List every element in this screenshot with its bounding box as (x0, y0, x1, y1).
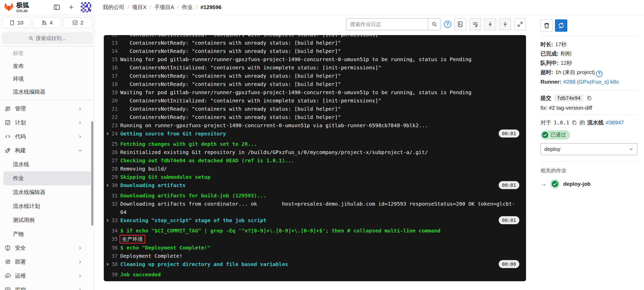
section-collapse-icon[interactable]: ∨ (106, 181, 111, 189)
log-line-number[interactable]: 12 (111, 35, 118, 39)
log-line-number[interactable]: 30 (111, 181, 118, 189)
sidebar-scrollbar-thumb[interactable] (91, 121, 93, 226)
avatar[interactable] (81, 2, 91, 13)
wrap-lines-button[interactable] (469, 18, 481, 30)
log-line-number[interactable]: 26 (111, 148, 118, 156)
log-line-number[interactable]: 35 (111, 235, 118, 243)
sidebar-build-child-item[interactable]: 作业 (4, 171, 91, 185)
cloud-pod-icon (5, 273, 11, 279)
retry-job-button[interactable] (555, 19, 567, 32)
log-line-number[interactable]: 23 (111, 121, 118, 130)
show-raw-log-button[interactable] (454, 18, 466, 30)
section-duration-badge: 00:01 (499, 130, 519, 138)
sidebar-build-child-item[interactable]: 产物 (4, 227, 91, 241)
sidebar-item-label: 标签 (13, 50, 24, 57)
job-actions (540, 19, 637, 32)
sidebar-build-child-item[interactable]: 流水线编辑器 (4, 185, 91, 199)
log-line-number[interactable]: 36 (111, 244, 118, 252)
breadcrumb-link-project[interactable]: 项目X (132, 4, 147, 11)
breadcrumb-link-jobs[interactable]: 作业 (182, 4, 193, 11)
log-line-body: Reinitialized existing Git repository in… (120, 149, 428, 155)
copy-commit-sha-button[interactable] (586, 95, 592, 101)
gitlab-logo[interactable]: 极狐 GitLab (4, 2, 29, 13)
log-line-body: Getting source from Git repository (120, 131, 226, 137)
log-search-input[interactable] (346, 19, 428, 30)
sidebar-section-code[interactable]: 代码 (0, 130, 94, 143)
sidebar-pinned-item[interactable]: 环境 (4, 72, 91, 85)
sidebar-section-operate[interactable]: 运维 (0, 269, 94, 283)
todos-count-button[interactable]: 2 (63, 17, 92, 28)
sidebar-pinned-item[interactable]: 流水线编辑器 (4, 85, 91, 98)
sidebar-item-tags[interactable]: 标签 (4, 47, 91, 60)
sidebar-build-child-item[interactable]: 流水线 (4, 157, 91, 171)
log-line-number[interactable]: 27 (111, 156, 118, 165)
chevron-right-icon (78, 274, 82, 278)
scroll-to-top-button[interactable] (484, 18, 496, 30)
log-line-number[interactable]: 20 (111, 96, 118, 105)
pipeline-id-link[interactable]: #38947 (606, 119, 624, 126)
log-line: 16 ContainersNotInitialized: "containers… (104, 63, 526, 72)
log-line-body: ContainersNotInitialized: "containers wi… (120, 65, 381, 71)
log-line: 37 Deployment Complete! (104, 252, 526, 260)
stage-dropdown[interactable]: deploy (540, 143, 637, 155)
sidebar-build-child-item[interactable]: 测试用例 (4, 213, 91, 227)
log-line-number[interactable]: 22 (111, 113, 118, 121)
sidebar-section-build[interactable]: 构建 (0, 143, 94, 157)
section-collapse-icon[interactable]: ∨ (106, 216, 111, 224)
log-line-number[interactable]: 19 (111, 88, 118, 96)
log-line-number[interactable]: 18 (111, 80, 118, 88)
log-line-number[interactable]: 39 (111, 270, 118, 279)
section-collapse-icon[interactable]: ∨ (106, 260, 111, 268)
log-line-body: Deployment Complete! (120, 253, 182, 259)
scroll-to-bottom-button[interactable] (499, 18, 511, 30)
sidebar-section-monitor[interactable]: 监控 (0, 283, 94, 290)
breadcrumb-link-group[interactable]: 我的公司 (103, 4, 124, 11)
copy-icon (586, 95, 592, 101)
search-help-icon[interactable]: ? (444, 21, 451, 28)
log-line-body: Skipping Git submodules setup (120, 174, 210, 180)
log-line-number[interactable]: 31 (111, 191, 118, 200)
copy-ref-button[interactable] (571, 120, 577, 125)
log-line-number[interactable]: 34 (111, 227, 118, 235)
merge-requests-count-button[interactable]: 4 (33, 17, 61, 28)
sidebar-search-button[interactable]: 搜索或转到... (2, 33, 92, 44)
log-line-number[interactable]: 21 (111, 105, 118, 113)
section-collapse-icon[interactable]: ∨ (106, 130, 111, 138)
log-line-body: Executing "step_script" stage of the job… (120, 217, 266, 223)
timeout-help-icon[interactable]: ? (596, 71, 602, 77)
log-line-number[interactable]: 24 (111, 130, 118, 138)
sidebar-section-plan[interactable]: 计划 (0, 116, 94, 130)
log-line-number[interactable]: 32 (111, 200, 118, 208)
sidebar-build-child-item[interactable]: 流水线计划 (4, 199, 91, 213)
create-new-button[interactable]: + (66, 2, 76, 12)
sidebar-section-label: 构建 (15, 147, 74, 154)
sidebar-section-deploy[interactable]: 部署 (0, 255, 94, 269)
log-line-number[interactable]: 33 (111, 216, 118, 224)
log-search-submit-button[interactable] (428, 19, 441, 30)
commit-sha-chip[interactable]: fdb74e94 (554, 95, 583, 101)
related-job-name[interactable]: deploy-job (563, 181, 591, 187)
runner-link[interactable]: #288 (GPxzFuo_s) k8s (563, 79, 619, 85)
log-line: ∨ 33 Executing "step_script" stage of th… (104, 216, 526, 224)
log-line-number[interactable]: 28 (111, 165, 118, 173)
breadcrumb-link-subproject[interactable]: 子项目A (154, 4, 174, 11)
log-line: ∨ 24 Getting source from Git repository … (104, 130, 526, 138)
log-line-number[interactable]: 37 (111, 252, 118, 260)
sidebar-pinned-item[interactable]: 发布 (4, 60, 91, 72)
log-line-body: Downloading artifacts for build-job (129… (120, 192, 266, 199)
log-line-number[interactable]: 38 (111, 260, 118, 268)
sidebar-toggle-button[interactable] (52, 2, 62, 12)
fullscreen-button[interactable] (514, 18, 526, 30)
log-line-number[interactable]: 15 (111, 55, 118, 63)
erase-log-button[interactable] (540, 19, 553, 32)
log-line-number[interactable]: 13 (111, 39, 118, 47)
log-line-number[interactable]: 16 (111, 63, 118, 72)
sidebar-section-manage[interactable]: 管理 (0, 102, 94, 116)
issues-count-button[interactable]: 10 (2, 17, 31, 28)
meta-queued: 队列中:12秒 (540, 58, 637, 68)
log-line-number[interactable]: 14 (111, 47, 118, 55)
log-line-number[interactable]: 29 (111, 173, 118, 181)
log-line-number[interactable]: 25 (111, 140, 118, 148)
log-line-number[interactable]: 17 (111, 72, 118, 80)
sidebar-section-security[interactable]: 安全 (0, 241, 94, 255)
